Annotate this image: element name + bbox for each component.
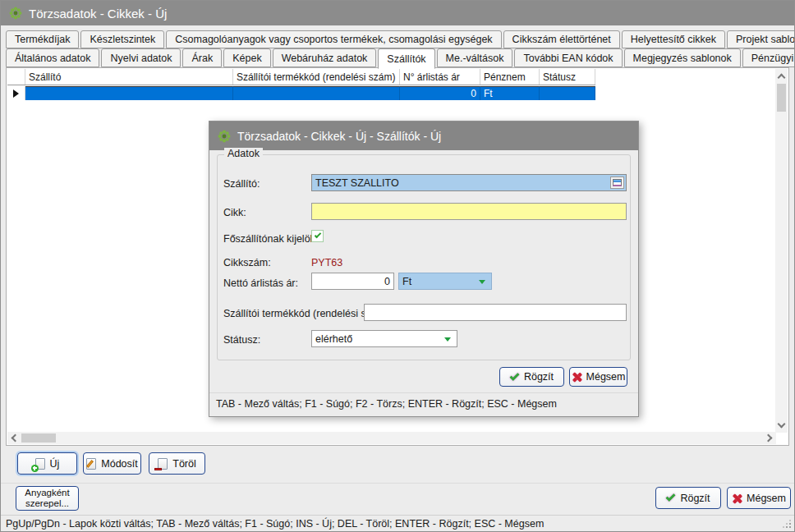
row-selector-cell [7, 86, 25, 100]
currency-value: Ft [402, 276, 411, 287]
netto-arlistas-ar-input[interactable]: 0 [311, 273, 394, 290]
dialog-statusbar: TAB - Mező váltás; F1 - Súgó; F2 - Törzs… [216, 398, 557, 410]
tab-strip-lower: Általános adatok Nyelvi adatok Árak Képe… [6, 48, 789, 67]
dialog-save-label: Rögzít [524, 371, 554, 383]
tab-projekt-sablonok[interactable]: Projekt sablonok [727, 30, 795, 48]
tab-megjegyzes-sablonok[interactable]: Megjegyzés sablonok [624, 48, 741, 67]
statusbar-text: PgUp/PgDn - Lapok közti váltás; TAB - Me… [6, 518, 544, 530]
groupbox-label: Adatok [224, 148, 263, 159]
delete-document-icon [158, 458, 168, 470]
foszallito-checkbox[interactable] [311, 230, 324, 242]
material-label: Anyagként szerepel... [18, 488, 76, 509]
new-label: Új [50, 458, 60, 470]
grid-header-termekkod[interactable]: Szállítói termékkód (rendelési szám) [233, 69, 400, 85]
horizontal-scrollbar[interactable] [7, 432, 776, 444]
szallito-label: Szállító: [223, 178, 260, 190]
grid-header-penznem[interactable]: Pénznem [480, 69, 540, 85]
cikk-label: Cikk: [223, 207, 246, 218]
cell-statusz [540, 86, 595, 100]
main-save-label: Rögzít [680, 493, 710, 504]
tab-kepek[interactable]: Képek [223, 48, 270, 67]
chevron-down-icon [479, 280, 485, 284]
tab-tovabbi-ean-kodok[interactable]: További EAN kódok [514, 48, 622, 67]
currency-combobox[interactable]: Ft [398, 273, 492, 290]
netto-arlistas-ar-value: 0 [384, 276, 390, 287]
application-window: Törzsadatok - Cikkek - Új Termékdíjak Ké… [0, 0, 795, 532]
checkmark-icon [315, 232, 321, 238]
grid-header-arlistas-ar[interactable]: N° árlistás ár [400, 69, 480, 85]
resize-grip[interactable] [789, 526, 791, 528]
x-icon [732, 493, 742, 503]
szallito-browse-button[interactable] [610, 177, 624, 189]
statusz-combobox[interactable]: elérhető [311, 330, 457, 347]
modify-label: Módosít [101, 458, 137, 470]
delete-label: Töröl [172, 458, 195, 470]
vertical-scrollbar-thumb[interactable] [777, 84, 786, 112]
dialog-titlebar[interactable]: Törzsadatok - Cikkek - Új - Szállítók - … [209, 122, 638, 150]
szallito-value: TESZT SZALLITO [315, 177, 399, 189]
cikkszam-label: Cikkszám: [223, 257, 271, 268]
grid-selected-row[interactable]: 0 Ft [7, 86, 595, 100]
x-icon [572, 372, 581, 382]
new-button[interactable]: Új [17, 452, 77, 475]
main-statusbar: PgUp/PgDn - Lapok közti váltás; TAB - Me… [1, 515, 794, 531]
dialog-cancel-button[interactable]: Mégsem [569, 367, 627, 387]
vertical-scrollbar[interactable] [775, 69, 788, 433]
scroll-up-icon [778, 74, 786, 82]
delete-button[interactable]: Töröl [149, 452, 205, 475]
tab-arak[interactable]: Árak [182, 48, 222, 67]
tab-keszletszintek[interactable]: Készletszintek [80, 30, 164, 48]
cell-szallito [25, 86, 233, 100]
chevron-down-icon [444, 337, 451, 342]
szallito-field[interactable]: TESZT SZALLITO [311, 174, 627, 191]
check-icon [666, 492, 676, 502]
panel-separator [1, 483, 794, 484]
tab-webaruhaz-adatok[interactable]: Webáruház adatok [273, 48, 377, 67]
edit-document-icon [86, 458, 96, 470]
tab-szallitok[interactable]: Szállítók [378, 48, 434, 69]
grid-header-row: Szállító Szállítói termékkód (rendelési … [7, 69, 595, 85]
grid-header-szallito[interactable]: Szállító [25, 69, 233, 85]
main-cancel-label: Mégsem [747, 493, 786, 504]
dialog-title: Törzsadatok - Cikkek - Új - Szállítók - … [237, 130, 441, 143]
lookup-window-icon [613, 179, 622, 186]
tab-me-valtasok[interactable]: Me.-váltások [437, 48, 513, 67]
dialog-flower-icon [218, 130, 231, 143]
scroll-left-icon [11, 434, 20, 443]
netto-arlistas-ar-label: Nettó árlistás ár: [223, 277, 298, 289]
horizontal-scrollbar-thumb[interactable] [21, 433, 56, 443]
tab-penzugyi-adatok[interactable]: Pénzügyi adatok [742, 48, 795, 67]
tab-csomagoloanyagok[interactable]: Csomagolóanyagok vagy csoportos termékek… [166, 30, 501, 48]
app-flower-icon [9, 7, 22, 20]
dialog-cancel-label: Mégsem [586, 371, 626, 383]
tab-nyelvi-adatok[interactable]: Nyelvi adatok [101, 48, 181, 67]
dialog-save-button[interactable]: Rögzít [499, 367, 564, 387]
tab-altalanos-adatok[interactable]: Általános adatok [6, 48, 99, 67]
scroll-down-icon [778, 420, 786, 429]
tab-strip-upper: Termékdíjak Készletszintek Csomagolóanya… [6, 30, 789, 48]
cell-penznem: Ft [480, 86, 540, 100]
cikkszam-value: PYT63 [311, 257, 342, 268]
tab-helyettesito-cikkek[interactable]: Helyettesítő cikkek [622, 30, 725, 48]
material-button[interactable]: Anyagként szerepel... [16, 486, 79, 511]
check-icon [509, 370, 519, 380]
statusz-label: Státusz: [223, 334, 260, 346]
tab-termekdijak[interactable]: Termékdíjak [6, 30, 79, 48]
scroll-right-icon [765, 434, 773, 443]
supplier-new-dialog: Törzsadatok - Cikkek - Új - Szállítók - … [209, 121, 639, 417]
main-save-button[interactable]: Rögzít [655, 487, 721, 509]
new-document-icon [35, 458, 45, 470]
statusz-value: elérhető [315, 333, 352, 345]
current-row-arrow-icon [13, 89, 19, 98]
window-titlebar[interactable]: Törzsadatok - Cikkek - Új [1, 1, 794, 25]
grid-header-statusz[interactable]: Státusz [540, 69, 595, 85]
cikk-field[interactable] [311, 203, 627, 220]
cell-termekkod [233, 86, 400, 100]
dialog-separator [209, 392, 638, 393]
modify-button[interactable]: Módosít [83, 452, 141, 475]
main-cancel-button[interactable]: Mégsem [727, 487, 791, 509]
szallitoi-termekkod-input[interactable] [364, 304, 627, 321]
tab-cikkszam-elettortenet[interactable]: Cikkszám élettörténet [503, 30, 620, 48]
window-title: Törzsadatok - Cikkek - Új [29, 7, 167, 21]
foszallito-label: Főszállítónak kijelöl: [223, 233, 315, 245]
